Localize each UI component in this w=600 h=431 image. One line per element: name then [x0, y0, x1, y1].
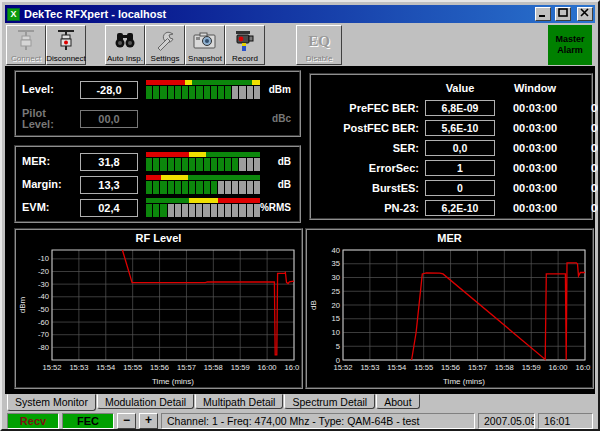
margin-bar: [146, 175, 260, 194]
svg-text:16:00: 16:00: [257, 363, 276, 372]
pn23-value: 6,2E-10: [425, 200, 495, 216]
mer-chart-title: MER: [307, 230, 592, 246]
svg-text:Time (mins): Time (mins): [443, 377, 485, 386]
margin-unit: dB: [260, 179, 293, 190]
burstes-label: BurstES:: [319, 179, 425, 199]
rf-level-line: [122, 250, 294, 355]
svg-text:-80: -80: [38, 343, 49, 352]
level-unit: dBm: [260, 84, 293, 95]
client-area: Level: -28,0 dBm Pilot Level: 00,0 dBc M…: [5, 66, 595, 394]
app-icon: X: [7, 8, 20, 21]
svg-text:16:00: 16:00: [548, 363, 567, 372]
pn23-time: 00:01:28: [575, 199, 600, 219]
auto-insp-button[interactable]: Auto Insp.: [105, 25, 145, 65]
maximize-button[interactable]: [555, 7, 571, 21]
toolbar: Connect Disconnect Auto Insp. Settings: [5, 24, 595, 66]
level-panel: Level: -28,0 dBm Pilot Level: 00,0 dBc: [14, 70, 301, 137]
disconnect-button[interactable]: Disconnect: [46, 25, 86, 65]
camera-icon: [192, 28, 218, 54]
postfec-ber-time: 00:01:28: [575, 119, 600, 139]
rf-level-chart-title: RF Level: [16, 230, 301, 246]
tab-about[interactable]: About: [376, 394, 419, 409]
snapshot-button[interactable]: Snapshot: [185, 25, 225, 65]
settings-label: Settings: [151, 54, 180, 63]
mer-chart-panel: MER 15:5215:5315:5415:5515:5615:5715:581…: [305, 228, 594, 389]
svg-text:-40: -40: [38, 292, 49, 301]
mer-bar: [146, 152, 260, 171]
errorsec-value: 1: [425, 160, 495, 176]
margin-value: 13,3: [80, 176, 138, 194]
burstes-time: 00:01:28: [575, 179, 600, 199]
errorsec-window: 00:03:00: [495, 159, 575, 179]
wrench-icon: [153, 28, 177, 54]
postfec-ber-value: 5,6E-10: [425, 120, 495, 136]
svg-text:15:55: 15:55: [123, 363, 142, 372]
margin-label: Margin:: [22, 179, 80, 190]
status-bar: Recv FEC − + Channel: 1 - Freq: 474,00 M…: [5, 412, 595, 430]
zoom-out-button[interactable]: −: [117, 413, 136, 429]
ser-value: 0,0: [425, 140, 495, 156]
errorsec-label: ErrorSec:: [319, 159, 425, 179]
evm-bar: [146, 198, 260, 217]
svg-text:15: 15: [331, 314, 339, 323]
tab-spectrum-detail[interactable]: Spectrum Detail: [284, 394, 375, 409]
zoom-in-button[interactable]: +: [139, 413, 158, 429]
svg-text:-50: -50: [38, 305, 49, 314]
error-stats-panel: Value Window Time PreFEC BER: 6,8E-09 00…: [309, 73, 593, 220]
svg-text:15:58: 15:58: [203, 363, 222, 372]
evm-value: 02,4: [80, 199, 138, 217]
svg-text:Time (mins): Time (mins): [152, 377, 194, 386]
tab-system-monitor[interactable]: System Monitor: [7, 394, 96, 411]
svg-text:-70: -70: [38, 330, 49, 339]
evm-label: EVM:: [22, 202, 80, 213]
prefec-ber-value: 6,8E-09: [425, 100, 495, 116]
master-alarm-indicator[interactable]: Master Alarm: [548, 25, 592, 65]
mer-meter-row: MER: 31,8 dB: [22, 150, 293, 173]
svg-text:30: 30: [331, 273, 339, 282]
burstes-value: 0: [425, 180, 495, 196]
disconnect-label: Disconnect: [46, 54, 86, 63]
minimize-button[interactable]: [535, 7, 551, 21]
level-value: -28,0: [80, 81, 138, 99]
svg-text:-10: -10: [38, 254, 49, 263]
evm-meter-row: EVM: 02,4 %RMS: [22, 196, 293, 219]
mer-panel: MER: 31,8 dB Margin: 13,3 dB EVM: 02,4 %…: [14, 145, 301, 223]
prefec-ber-window: 00:03:00: [495, 99, 575, 119]
svg-text:-20: -20: [38, 267, 49, 276]
prefec-ber-time: 00:01:28: [575, 99, 600, 119]
eq-icon: EQ: [308, 28, 330, 54]
svg-text:16:01: 16:01: [575, 363, 591, 372]
mer-chart: 15:5215:5315:5415:5515:5615:5715:5815:59…: [309, 246, 591, 386]
errorsec-time: 00:01:28: [575, 159, 600, 179]
pn23-window: 00:03:00: [495, 199, 575, 219]
auto-insp-label: Auto Insp.: [107, 54, 143, 63]
record-button[interactable]: Record: [225, 25, 265, 65]
pilot-level-value: 00,0: [80, 110, 138, 128]
tab-multipath-detail[interactable]: Multipath Detail: [195, 394, 283, 409]
close-button[interactable]: [577, 7, 593, 21]
svg-text:25: 25: [331, 287, 339, 296]
date-display: 2007.05.08: [478, 413, 535, 429]
binoculars-icon: [113, 28, 137, 54]
svg-text:-30: -30: [38, 280, 49, 289]
app-window: X DekTec RFXpert - localhost Connect Dis…: [0, 0, 600, 431]
svg-text:15:59: 15:59: [521, 363, 540, 372]
tab-bar: System Monitor Modulation Detail Multipa…: [5, 394, 595, 411]
error-stats-table: Value Window Time PreFEC BER: 6,8E-09 00…: [319, 79, 583, 219]
pilot-level-unit: dBc: [260, 113, 293, 124]
settings-button[interactable]: Settings: [145, 25, 185, 65]
svg-text:15:57: 15:57: [467, 363, 486, 372]
svg-text:15:55: 15:55: [414, 363, 433, 372]
prefec-ber-label: PreFEC BER:: [319, 99, 425, 119]
evm-unit: %RMS: [260, 202, 293, 213]
rf-level-chart: 15:5215:5315:5415:5515:5615:5715:5815:59…: [18, 246, 300, 386]
svg-text:15:53: 15:53: [360, 363, 379, 372]
burstes-window: 00:03:00: [495, 179, 575, 199]
tab-modulation-detail[interactable]: Modulation Detail: [97, 394, 194, 409]
pn23-label: PN-23:: [319, 199, 425, 219]
postfec-ber-label: PostFEC BER:: [319, 119, 425, 139]
svg-text:10: 10: [331, 328, 339, 337]
svg-text:-60: -60: [38, 318, 49, 327]
connect-icon: [15, 28, 37, 54]
stats-header-value: Value: [425, 79, 495, 99]
